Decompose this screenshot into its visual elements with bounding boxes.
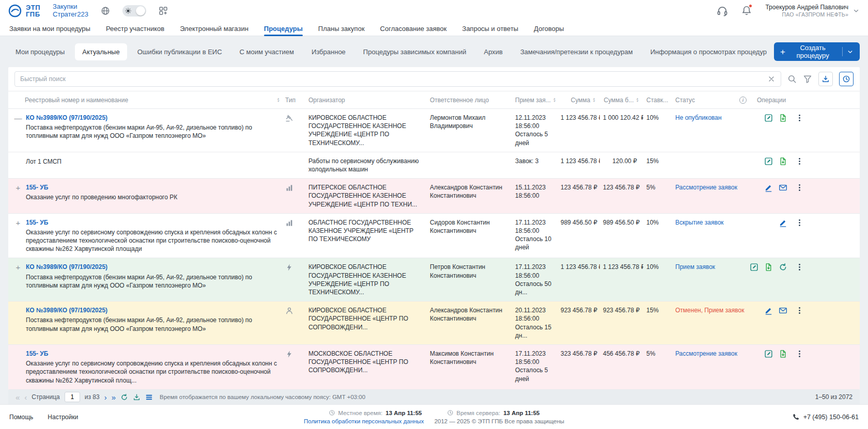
- sort-arrows[interactable]: ▴▾: [277, 98, 279, 102]
- message-icon[interactable]: [779, 183, 787, 192]
- more-actions-icon[interactable]: [795, 263, 804, 272]
- nav-item-link[interactable]: Заявки на мои процедуры: [9, 25, 90, 33]
- more-actions-icon[interactable]: [795, 183, 804, 192]
- apps-grid-icon[interactable]: [159, 6, 168, 15]
- expand-icon[interactable]: +: [12, 218, 24, 253]
- sort-arrows[interactable]: ▴▾: [636, 98, 638, 102]
- send-to-eis-icon[interactable]: [779, 157, 787, 166]
- more-actions-icon[interactable]: [795, 218, 804, 227]
- expand-icon[interactable]: +: [12, 183, 24, 201]
- operations-cell: [750, 218, 860, 227]
- tab-item[interactable]: Ошибки публикации в ЕИС: [130, 43, 229, 60]
- page-label: Страница: [32, 393, 59, 401]
- procedure-number-link[interactable]: КО №3989/КО (97/190/2025): [26, 263, 107, 271]
- nav-item-link[interactable]: Планы закупок: [318, 25, 365, 33]
- search-row: [8, 67, 860, 91]
- search-input[interactable]: [20, 75, 763, 83]
- procedure-number-link[interactable]: 155- УБ: [26, 184, 48, 191]
- tab-item[interactable]: Информация о просмотрах процедур: [643, 43, 774, 60]
- nav-item-link[interactable]: Согласование заявок: [380, 25, 447, 33]
- download-button[interactable]: [818, 72, 833, 86]
- edit-procedure-icon[interactable]: [764, 157, 773, 166]
- nav-item-link[interactable]: Запросы и ответы: [462, 25, 519, 33]
- clear-search-icon[interactable]: [767, 75, 776, 83]
- notifications-bell[interactable]: [741, 5, 752, 17]
- rate-cell: 10%: [643, 218, 672, 227]
- procedure-number-link[interactable]: КО №3989/КО (97/190/2025): [26, 114, 107, 121]
- tab-item[interactable]: Мои процедуры: [8, 43, 72, 60]
- create-procedure-label: Создать процедуру: [789, 44, 836, 59]
- more-actions-icon[interactable]: [795, 306, 804, 315]
- procedures-panel: Реестровый номер и наименование ▴▾ Тип О…: [8, 67, 860, 390]
- organizer-cell: ПИТЕРСКОЕ ОБЛАСТНОЕ ГОСУДАРСТВЕННОЕ КАЗЕ…: [305, 183, 427, 209]
- refresh-icon[interactable]: [120, 393, 128, 401]
- table-row[interactable]: —КО №3989/КО (97/190/2025)Поставка нефте…: [8, 109, 860, 152]
- edit-pencil-icon[interactable]: [779, 218, 787, 227]
- support-24-7-icon[interactable]: [717, 5, 728, 17]
- table-row[interactable]: 155- УБОказание услуг по сервисному сопр…: [8, 345, 860, 390]
- user-menu[interactable]: Троекуров Андрей Павлович ПАО «ГАЗПРОМ Н…: [765, 4, 860, 18]
- organizer-cell: КИРОВСКОЕ ОБЛАСТНОЕ ГОСУДАРСТВЕННОЕ «ЦЕН…: [305, 306, 427, 331]
- search-icon[interactable]: [787, 74, 797, 84]
- settings-link[interactable]: Настройки: [48, 414, 78, 421]
- more-actions-icon[interactable]: [795, 114, 804, 122]
- table-row[interactable]: Лот 1 СМСПРаботы по сервисному обслужива…: [8, 152, 860, 179]
- export-icon[interactable]: [133, 393, 141, 401]
- nav-item-active[interactable]: Процедуры: [264, 25, 303, 33]
- table-row[interactable]: +155- УБОказание услуг по проведению мно…: [8, 179, 860, 214]
- filter-icon[interactable]: [803, 74, 812, 84]
- status-cell: Не опубликован: [672, 114, 750, 122]
- more-actions-icon[interactable]: [795, 349, 804, 358]
- responsible-cell: Александров Константин Константинович: [427, 183, 512, 200]
- info-icon[interactable]: i: [739, 97, 747, 104]
- tab-item[interactable]: С моим участием: [233, 43, 301, 60]
- tab-item[interactable]: Архив: [477, 43, 510, 60]
- sort-arrows[interactable]: ▴▾: [553, 98, 555, 102]
- search-box[interactable]: [14, 71, 781, 87]
- help-link[interactable]: Помощь: [9, 414, 33, 421]
- tab-item[interactable]: Процедуры зависимых компаний: [356, 43, 474, 60]
- support-phone[interactable]: +7 (495) 150-06-61: [792, 413, 859, 421]
- theme-toggle[interactable]: [122, 5, 146, 17]
- send-to-eis-icon[interactable]: [764, 263, 773, 272]
- refresh-procedure-icon[interactable]: [779, 263, 787, 272]
- create-procedure-button[interactable]: + Создать процедуру: [774, 42, 860, 61]
- page-input[interactable]: [65, 392, 80, 402]
- language-globe-icon[interactable]: [101, 6, 110, 15]
- tab-item[interactable]: Избранное: [304, 43, 353, 60]
- procedure-number-link[interactable]: 155- УБ: [26, 350, 48, 357]
- send-to-eis-icon[interactable]: [779, 114, 787, 122]
- next-page-button[interactable]: ›: [104, 393, 107, 401]
- collapse-icon[interactable]: —: [12, 114, 24, 140]
- table-row[interactable]: +КО №3989/КО (97/190/2025)Поставка нефте…: [8, 258, 860, 301]
- edit-procedure-icon[interactable]: [764, 114, 773, 122]
- edit-procedure-icon[interactable]: [764, 349, 773, 358]
- nav-item-link[interactable]: Договоры: [534, 25, 564, 33]
- message-icon[interactable]: [779, 306, 787, 315]
- more-actions-icon[interactable]: [795, 157, 804, 166]
- edit-pencil-icon[interactable]: [764, 183, 773, 192]
- table-row[interactable]: КО №3989/КО (97/190/2025)Поставка нефтеп…: [8, 301, 860, 345]
- etp-gpb-logo[interactable]: ЭТПГПБ: [8, 4, 40, 18]
- phone-icon: [792, 413, 800, 421]
- procedure-number-link[interactable]: КО №3989/КО (97/190/2025): [26, 307, 107, 314]
- procedure-number-link[interactable]: 155- УБ: [26, 219, 48, 226]
- first-page-button[interactable]: «: [16, 393, 20, 401]
- send-to-eis-icon[interactable]: [779, 349, 787, 358]
- list-view-icon[interactable]: [145, 393, 153, 401]
- prev-page-button[interactable]: ‹: [24, 393, 27, 401]
- last-page-button[interactable]: »: [112, 393, 116, 401]
- edit-pencil-icon[interactable]: [764, 306, 773, 315]
- sort-arrows[interactable]: ▴▾: [593, 98, 595, 102]
- nav-item-link[interactable]: Реестр участников: [106, 25, 164, 33]
- edit-procedure-icon[interactable]: [750, 263, 758, 272]
- nav-item-link[interactable]: Электронный магазин: [180, 25, 249, 33]
- expand-icon[interactable]: +: [12, 263, 24, 290]
- tab-active[interactable]: Актуальные: [75, 43, 127, 60]
- tab-item[interactable]: Замечания/претензии к процедурам: [513, 43, 640, 60]
- procedure-title: Оказание услуг по сервисному сопровожден…: [26, 228, 279, 253]
- page-footer: Помощь Настройки Местное время: 13 Апр 1…: [0, 404, 868, 429]
- history-button[interactable]: [839, 72, 854, 86]
- table-row[interactable]: +155- УБОказание услуг по сервисному соп…: [8, 214, 860, 259]
- privacy-policy-link[interactable]: Политика обработки персональных данных: [304, 418, 424, 424]
